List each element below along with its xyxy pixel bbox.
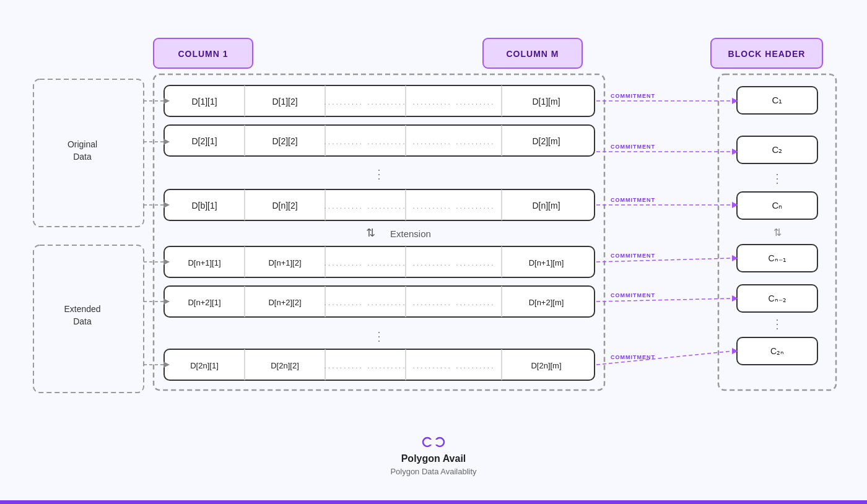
vdots-bh-2: ⋮ [771, 317, 783, 331]
cell-r1c1: D[1][1] [191, 97, 217, 106]
cell-r3c2: D[n][2] [272, 201, 297, 211]
commitment-label-1: COMMITMENT [611, 93, 655, 99]
cell-r2cm: D[2][m] [532, 136, 560, 146]
polygon-avail-logo [421, 433, 446, 451]
cell-r5dots2: .......... .......... [412, 298, 495, 307]
commitment-label-2: COMMITMENT [611, 144, 655, 150]
footer: Polygon Avail Polygon Data Availablity [390, 433, 476, 476]
cn2-cell: Cₙ₋₂ [768, 293, 786, 303]
original-data-label: Original [68, 139, 97, 149]
vdots-1: ⋮ [373, 167, 385, 181]
extension-icon: ⇅ [366, 227, 375, 239]
cell-r5cm: D[n+2][m] [529, 298, 564, 307]
cell-r6cm: D[2n][m] [531, 361, 561, 370]
c2n-cell: C₂ₙ [770, 346, 784, 356]
cell-r2dots2: .......... .......... [412, 137, 495, 146]
cell-r2c2: D[2][2] [272, 136, 297, 146]
footer-title: Polygon Avail [401, 453, 466, 464]
cell-r4c2: D[n+1][2] [268, 258, 301, 267]
vdots-2: ⋮ [373, 329, 385, 343]
cell-r1cm: D[1][m] [532, 97, 560, 106]
main-container: COLUMN 1 COLUMN M BLOCK HEADER D[1][1] D… [0, 0, 867, 504]
cn1-cell: Cₙ₋₁ [768, 253, 786, 263]
cell-r4cm: D[n+1][m] [529, 258, 564, 267]
cell-r2dots1: .......... .......... [324, 137, 406, 146]
expand-icon: ⇅ [773, 227, 782, 238]
cell-r1dots2: .......... .......... [412, 98, 495, 106]
cell-r5c1: D[n+2][1] [188, 298, 220, 307]
commitment-label-5: COMMITMENT [611, 292, 655, 298]
cell-r6dots1: .......... .......... [324, 362, 406, 370]
cell-r4c1: D[n+1][1] [188, 258, 220, 267]
extension-label: Extension [390, 228, 431, 239]
cell-r5dots1: .......... .......... [324, 298, 406, 307]
commitment-label-3: COMMITMENT [611, 197, 655, 203]
cell-r6dots2: .......... .......... [412, 362, 495, 370]
c2-cell: C₂ [772, 144, 783, 155]
svg-line-63 [596, 298, 732, 302]
svg-rect-69 [427, 440, 440, 445]
original-data-label2: Data [73, 152, 92, 162]
vdots-bh-1: ⋮ [771, 172, 783, 185]
cell-r4dots1: .......... .......... [324, 259, 406, 267]
cell-r4dots2: .......... .......... [412, 259, 495, 267]
c1-cell: C₁ [772, 95, 783, 105]
col1-header: COLUMN 1 [178, 49, 228, 59]
cell-r1dots1: .......... .......... [324, 98, 406, 106]
cell-r3dots1: .......... .......... [324, 202, 406, 211]
cell-r2c1: D[2][1] [191, 136, 217, 146]
block-header: BLOCK HEADER [728, 49, 806, 59]
cell-r3c1: D[b][1] [191, 201, 217, 211]
commitment-label-4: COMMITMENT [611, 253, 655, 259]
cell-r3cm: D[n][m] [532, 201, 560, 211]
extended-data-label2: Data [73, 316, 92, 326]
cell-r3dots2: .......... .......... [412, 202, 495, 211]
cell-r6c1: D[2n][1] [190, 361, 219, 370]
cell-r1c2: D[1][2] [272, 97, 297, 106]
footer-subtitle: Polygon Data Availablity [390, 467, 476, 476]
diagram-area: COLUMN 1 COLUMN M BLOCK HEADER D[1][1] D… [0, 6, 867, 427]
bottom-bar [0, 500, 867, 504]
cn-cell: Cₙ [772, 200, 783, 211]
cell-r5c2: D[n+2][2] [268, 298, 301, 307]
cell-r6c2: D[2n][2] [271, 361, 299, 370]
colM-header: COLUMN M [507, 49, 559, 59]
diagram-svg: COLUMN 1 COLUMN M BLOCK HEADER D[1][1] D… [0, 6, 867, 427]
extended-data-label: Extended [64, 304, 100, 314]
